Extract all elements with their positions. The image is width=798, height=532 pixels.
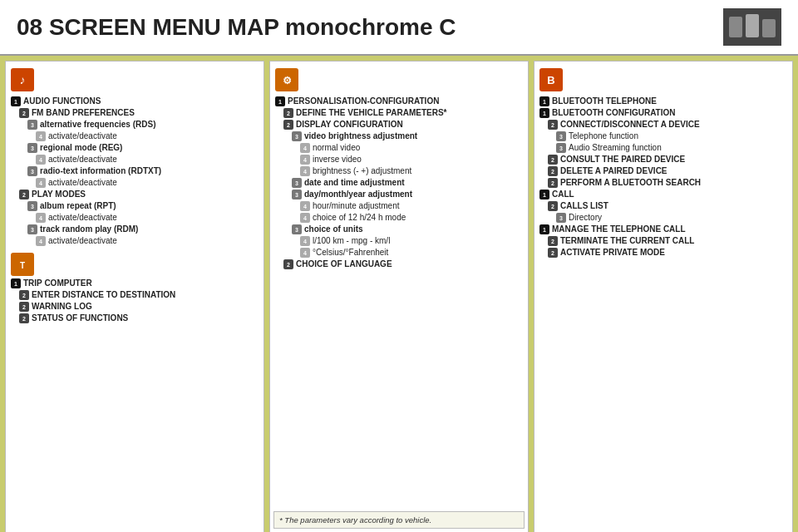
- level-badge: 1: [539, 96, 549, 106]
- row-text: MANAGE THE TELEPHONE CALL: [552, 224, 686, 234]
- row-text: video brightness adjustment: [304, 131, 417, 141]
- row-text: l/100 km - mpg - km/l: [313, 235, 390, 246]
- row-text: TERMINATE THE CURRENT CALL: [560, 235, 694, 246]
- row-text: PERFORM A BLUETOOTH SEARCH: [560, 177, 701, 188]
- row-text: activate/deactivate: [48, 212, 117, 223]
- row-text: DEFINE THE VEHICLE PARAMETERS*: [296, 107, 447, 118]
- list-item: 2ENTER DISTANCE TO DESTINATION: [19, 289, 259, 300]
- level-badge: 1: [11, 278, 21, 288]
- level-badge: 3: [292, 224, 302, 234]
- list-item: 2WARNING LOG: [19, 301, 259, 312]
- list-item: 2DISPLAY CONFIGURATION: [283, 119, 523, 130]
- list-item: 3alternative frequencies (RDS): [27, 119, 259, 130]
- svg-rect-1: [746, 14, 759, 37]
- level-badge: 4: [36, 213, 46, 223]
- list-item: 3video brightness adjustment: [292, 131, 523, 141]
- level-badge: 2: [19, 190, 29, 200]
- row-text: track random play (RDM): [40, 224, 138, 234]
- list-item: 4activate/deactivate: [36, 212, 259, 223]
- header-icon: [723, 8, 781, 46]
- level-badge: 3: [292, 190, 302, 200]
- list-item: 3track random play (RDM): [27, 224, 259, 234]
- row-text: DISPLAY CONFIGURATION: [296, 119, 403, 130]
- row-text: regional mode (REG): [40, 142, 122, 153]
- svg-text:⚙: ⚙: [283, 75, 292, 86]
- level-badge: 3: [27, 166, 37, 176]
- row-text: radio-text information (RDTXT): [40, 165, 161, 176]
- row-text: WARNING LOG: [32, 301, 92, 312]
- row-text: Telephone function: [569, 131, 638, 141]
- list-item: 4activate/deactivate: [36, 154, 259, 165]
- list-item: 2PERFORM A BLUETOOTH SEARCH: [548, 177, 787, 188]
- level-badge: 2: [548, 201, 558, 211]
- header: 08 SCREEN MENU MAP monochrome C: [0, 0, 798, 56]
- row-text: activate/deactivate: [48, 154, 117, 165]
- level-badge: 1: [275, 96, 285, 106]
- row-text: Audio Streaming function: [569, 142, 662, 153]
- list-item: 3day/month/year adjustment: [292, 189, 523, 200]
- row-text: normal video: [313, 142, 360, 153]
- row-text: ACTIVATE PRIVATE MODE: [560, 247, 665, 258]
- row-text: CALL: [552, 189, 574, 200]
- level-badge: 2: [548, 155, 558, 165]
- level-badge: 3: [27, 143, 37, 153]
- list-item: 3regional mode (REG): [27, 142, 259, 153]
- level-badge: 2: [283, 259, 293, 269]
- row-text: activate/deactivate: [48, 235, 117, 246]
- row-text: CHOICE OF LANGUAGE: [296, 259, 392, 269]
- column-audio: ♪ 1AUDIO FUNCTIONS2FM BAND PREFERENCES3a…: [5, 61, 264, 532]
- row-text: PLAY MODES: [32, 189, 86, 200]
- row-text: °Celsius/°Fahrenheit: [313, 247, 388, 258]
- level-badge: 2: [19, 290, 29, 300]
- list-item: 1BLUETOOTH CONFIGURATION: [539, 107, 787, 118]
- level-badge: 3: [556, 143, 566, 153]
- level-badge: 2: [548, 236, 558, 246]
- footnote: * The parameters vary according to vehic…: [273, 511, 525, 529]
- level-badge: 3: [27, 224, 37, 234]
- row-text: AUDIO FUNCTIONS: [23, 96, 101, 106]
- list-item: 3date and time adjustment: [292, 177, 523, 188]
- level-badge: 4: [300, 166, 310, 176]
- row-text: album repeat (RPT): [40, 200, 116, 211]
- row-text: Directory: [569, 212, 602, 223]
- level-badge: 4: [300, 248, 310, 258]
- level-badge: 2: [19, 313, 29, 323]
- level-badge: 4: [300, 213, 310, 223]
- level-badge: 4: [300, 201, 310, 211]
- column-bluetooth: B 1BLUETOOTH TELEPHONE1BLUETOOTH CONFIGU…: [534, 61, 793, 532]
- list-item: 1BLUETOOTH TELEPHONE: [539, 96, 787, 106]
- list-item: 1MANAGE THE TELEPHONE CALL: [539, 224, 787, 234]
- row-text: TRIP COMPUTER: [23, 278, 92, 288]
- list-item: 3Telephone function: [556, 131, 787, 141]
- level-badge: 4: [300, 143, 310, 153]
- level-badge: 3: [27, 201, 37, 211]
- row-text: activate/deactivate: [48, 131, 117, 141]
- list-item: 1TRIP COMPUTER: [11, 278, 259, 288]
- row-text: PERSONALISATION-CONFIGURATION: [288, 96, 439, 106]
- level-badge: 4: [300, 236, 310, 246]
- col1-section2: 1TRIP COMPUTER2ENTER DISTANCE TO DESTINA…: [11, 278, 259, 323]
- level-badge: 4: [36, 178, 46, 188]
- level-badge: 3: [556, 213, 566, 223]
- list-item: 2STATUS OF FUNCTIONS: [19, 313, 259, 323]
- level-badge: 2: [19, 302, 29, 312]
- row-text: hour/minute adjustment: [313, 200, 400, 211]
- level-badge: 3: [27, 120, 37, 130]
- row-text: STATUS OF FUNCTIONS: [32, 313, 128, 323]
- level-badge: 2: [548, 248, 558, 258]
- row-text: BLUETOOTH TELEPHONE: [552, 96, 657, 106]
- level-badge: 4: [300, 155, 310, 165]
- row-text: BLUETOOTH CONFIGURATION: [552, 107, 676, 118]
- row-text: inverse video: [313, 154, 362, 165]
- list-item: 4activate/deactivate: [36, 235, 259, 246]
- level-badge: 2: [548, 166, 558, 176]
- level-badge: 3: [556, 131, 566, 141]
- list-item: 3Directory: [556, 212, 787, 223]
- list-item: 2CHOICE OF LANGUAGE: [283, 259, 523, 269]
- row-text: day/month/year adjustment: [304, 189, 412, 200]
- svg-text:T: T: [20, 261, 25, 270]
- level-badge: 1: [539, 224, 549, 234]
- list-item: 2FM BAND PREFERENCES: [19, 107, 259, 118]
- row-text: choice of 12 h/24 h mode: [313, 212, 406, 223]
- row-text: CONSULT THE PAIRED DEVICE: [560, 154, 685, 165]
